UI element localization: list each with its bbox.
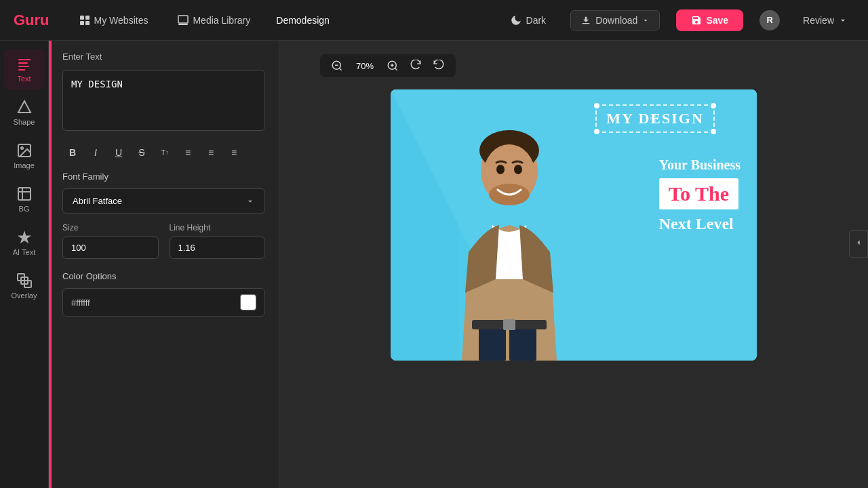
svg-rect-8 xyxy=(18,66,29,67)
sidebar-item-image[interactable]: Image xyxy=(4,136,45,176)
font-family-label: Font Family xyxy=(62,171,265,182)
svg-rect-33 xyxy=(479,327,506,361)
svg-rect-3 xyxy=(85,21,90,25)
download-icon xyxy=(580,15,591,26)
svg-rect-0 xyxy=(80,16,84,20)
svg-rect-2 xyxy=(80,21,84,25)
svg-line-21 xyxy=(395,68,397,70)
line-height-label: Line Height xyxy=(170,223,266,232)
canvas-business-line3: Next Level xyxy=(659,215,741,233)
color-options-label: Color Options xyxy=(62,271,265,281)
save-button[interactable]: Save xyxy=(676,9,743,31)
svg-rect-6 xyxy=(18,59,31,60)
sidebar-item-text[interactable]: Text xyxy=(4,49,45,89)
download-button[interactable]: Download xyxy=(570,10,660,30)
design-canvas[interactable]: ✛ MY DESIGN Your Business To The Next Le… xyxy=(391,89,757,361)
user-avatar: R xyxy=(760,10,780,30)
undo-icon xyxy=(433,60,445,72)
format-toolbar: B I U S T↑ ≡ ≡ ≡ xyxy=(62,143,265,162)
size-input[interactable] xyxy=(62,237,159,259)
page-title: Demodesign xyxy=(276,15,330,26)
svg-rect-34 xyxy=(509,327,536,361)
image-icon xyxy=(16,142,33,159)
review-button[interactable]: Review xyxy=(796,11,854,30)
moon-icon xyxy=(510,14,522,26)
color-picker-row: #ffffff xyxy=(62,288,265,317)
size-label: Size xyxy=(62,223,159,232)
bg-icon xyxy=(16,186,33,202)
ai-icon xyxy=(16,229,33,245)
zoom-level: 70% xyxy=(351,61,378,71)
svg-rect-9 xyxy=(18,69,25,70)
format-strikethrough[interactable]: S xyxy=(132,143,152,162)
format-superscript[interactable]: T↑ xyxy=(155,143,175,162)
text-icon xyxy=(16,56,33,72)
sidebar-item-shape[interactable]: Shape xyxy=(4,92,45,133)
canvas-text-block: Your Business To The Next Level xyxy=(659,157,741,233)
svg-rect-4 xyxy=(178,16,188,23)
canvas-area: 70% xyxy=(279,41,868,488)
chevron-down-icon xyxy=(642,16,650,24)
canvas-business-line2: To The xyxy=(669,182,729,205)
left-panel: Enter Text MY DESIGN B I U S T↑ ≡ ≡ ≡ Fo… xyxy=(49,41,279,488)
svg-rect-36 xyxy=(503,319,515,330)
color-preview-swatch[interactable] xyxy=(240,294,256,310)
zoom-out-icon xyxy=(331,60,343,72)
nav-media-library[interactable]: Media Library xyxy=(171,11,257,30)
svg-rect-13 xyxy=(18,188,31,200)
topbar: Guru My Websites Media Library Demodesig… xyxy=(0,0,868,41)
chevron-down-icon xyxy=(838,16,848,25)
chevron-down-icon xyxy=(245,197,255,206)
app-logo: Guru xyxy=(14,12,50,29)
svg-point-32 xyxy=(514,165,522,174)
icon-sidebar: Text Shape Image BG xyxy=(0,41,49,488)
enter-text-label: Enter Text xyxy=(62,52,265,62)
main-layout: Text Shape Image BG xyxy=(0,41,868,488)
svg-rect-5 xyxy=(178,24,188,25)
zoom-toolbar: 70% xyxy=(320,54,456,77)
zoom-in-icon xyxy=(387,60,399,72)
format-bold[interactable]: B xyxy=(62,143,83,162)
undo-button[interactable] xyxy=(430,58,448,73)
save-icon xyxy=(691,15,702,26)
text-input[interactable]: MY DESIGN xyxy=(62,70,265,131)
nav-my-websites[interactable]: My Websites xyxy=(73,11,155,30)
canvas-wrapper: ✛ MY DESIGN Your Business To The Next Le… xyxy=(391,89,757,361)
sidebar-item-bg[interactable]: BG xyxy=(4,179,45,220)
color-hex-value: #ffffff xyxy=(71,298,233,308)
svg-point-12 xyxy=(21,147,23,149)
sidebar-item-overlay[interactable]: Overlay xyxy=(4,266,45,306)
svg-rect-7 xyxy=(18,62,28,64)
zoom-in-button[interactable] xyxy=(384,58,401,73)
overlay-icon xyxy=(16,272,33,289)
grid-icon xyxy=(79,15,90,26)
format-align-right[interactable]: ≡ xyxy=(224,143,244,162)
format-italic[interactable]: I xyxy=(85,143,106,162)
canvas-business-line1: Your Business xyxy=(659,157,741,173)
media-icon xyxy=(178,15,189,26)
svg-marker-10 xyxy=(18,101,31,113)
sidebar-item-ai-text[interactable]: AI Text xyxy=(4,222,45,263)
text-element-my-design[interactable]: ✛ MY DESIGN xyxy=(595,104,715,133)
rotate-cw-button[interactable] xyxy=(407,58,425,73)
format-align-left[interactable]: ≡ xyxy=(178,143,198,162)
svg-line-18 xyxy=(339,68,341,70)
panel-accent-bar xyxy=(49,41,52,488)
format-underline[interactable]: U xyxy=(108,143,129,162)
shape-icon xyxy=(16,99,33,115)
format-align-center[interactable]: ≡ xyxy=(201,143,221,162)
zoom-out-button[interactable] xyxy=(328,58,346,73)
chevron-left-icon xyxy=(854,238,863,247)
line-height-input[interactable] xyxy=(170,237,266,259)
svg-point-31 xyxy=(496,165,505,174)
collapse-panel-button[interactable] xyxy=(849,230,868,258)
rotate-cw-icon xyxy=(410,60,422,72)
dark-mode-toggle[interactable]: Dark xyxy=(502,10,555,30)
svg-rect-1 xyxy=(85,16,90,20)
font-family-select[interactable]: Abril Fatface xyxy=(62,188,265,214)
